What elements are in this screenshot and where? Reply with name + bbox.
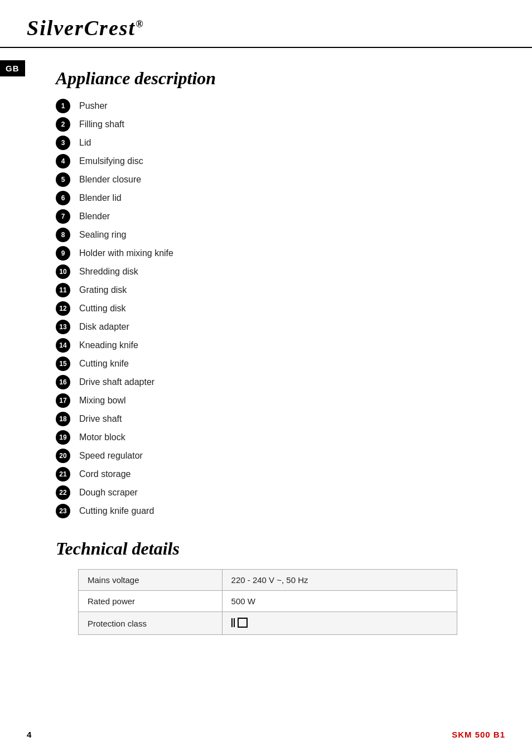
- item-number: 19: [56, 430, 70, 445]
- appliance-list-item: 17Mixing bowl: [56, 393, 499, 408]
- page-wrapper: SilverCrest® GB Appliance description 1P…: [0, 0, 532, 756]
- appliance-list-item: 12Cutting disk: [56, 301, 499, 316]
- item-number: 1: [56, 99, 70, 113]
- appliance-section-title: Appliance description: [56, 68, 499, 89]
- item-number: 15: [56, 357, 70, 371]
- tech-table-row: Protection class: [79, 612, 457, 635]
- item-label: Sealing ring: [79, 230, 127, 240]
- item-label: Cutting knife: [79, 359, 129, 369]
- appliance-list-item: 19Motor block: [56, 430, 499, 445]
- appliance-list-item: 16Drive shaft adapter: [56, 375, 499, 389]
- tech-label: Mains voltage: [79, 570, 223, 591]
- sidebar-gb-label: GB: [0, 60, 25, 76]
- tech-table-row: Rated power500 W: [79, 591, 457, 612]
- appliance-list-item: 23Cutting knife guard: [56, 504, 499, 518]
- footer-model-number: SKM 500 B1: [452, 730, 505, 739]
- item-label: Speed regulator: [79, 451, 143, 461]
- item-label: Mixing bowl: [79, 396, 126, 406]
- protection-class-symbol: [231, 618, 248, 628]
- item-label: Blender lid: [79, 193, 122, 203]
- item-number: 12: [56, 301, 70, 316]
- item-number: 16: [56, 375, 70, 389]
- item-label: Drive shaft: [79, 414, 122, 424]
- item-label: Holder with mixing knife: [79, 248, 173, 258]
- item-label: Cutting disk: [79, 304, 126, 314]
- item-number: 3: [56, 136, 70, 150]
- item-label: Drive shaft adapter: [79, 377, 154, 387]
- tech-label: Rated power: [79, 591, 223, 612]
- item-number: 7: [56, 209, 70, 224]
- item-number: 13: [56, 320, 70, 334]
- item-label: Cutting knife guard: [79, 506, 154, 516]
- footer-page-number: 4: [27, 730, 31, 739]
- item-number: 2: [56, 117, 70, 132]
- item-label: Lid: [79, 138, 91, 148]
- item-number: 22: [56, 485, 70, 500]
- item-label: Filling shaft: [79, 119, 124, 129]
- tech-value: 220 - 240 V ~, 50 Hz: [222, 570, 457, 591]
- technical-section-title: Technical details: [56, 538, 499, 559]
- item-number: 17: [56, 393, 70, 408]
- class-ii-lines: [231, 618, 235, 627]
- class-ii-square: [238, 618, 248, 628]
- item-number: 9: [56, 246, 70, 261]
- appliance-list-item: 13Disk adapter: [56, 320, 499, 334]
- footer: 4 SKM 500 B1: [0, 730, 532, 739]
- item-label: Dough scraper: [79, 488, 138, 498]
- item-label: Blender: [79, 211, 110, 221]
- appliance-list-item: 5Blender closure: [56, 172, 499, 187]
- appliance-list-item: 3Lid: [56, 136, 499, 150]
- item-number: 10: [56, 264, 70, 279]
- appliance-list-item: 10Shredding disk: [56, 264, 499, 279]
- appliance-list-item: 7Blender: [56, 209, 499, 224]
- item-number: 18: [56, 412, 70, 426]
- item-label: Grating disk: [79, 285, 127, 295]
- brand-logo: SilverCrest®: [27, 16, 144, 40]
- appliance-list-item: 6Blender lid: [56, 191, 499, 205]
- appliance-list-item: 2Filling shaft: [56, 117, 499, 132]
- tech-label: Protection class: [79, 612, 223, 635]
- tech-value: [222, 612, 457, 635]
- tech-value: 500 W: [222, 591, 457, 612]
- appliance-list-item: 20Speed regulator: [56, 449, 499, 463]
- item-number: 5: [56, 172, 70, 187]
- item-label: Pusher: [79, 101, 108, 111]
- class-ii-bar: [231, 618, 233, 627]
- technical-details-table: Mains voltage220 - 240 V ~, 50 HzRated p…: [78, 569, 457, 635]
- item-label: Emulsifying disc: [79, 156, 143, 166]
- item-label: Disk adapter: [79, 322, 129, 332]
- appliance-list-item: 21Cord storage: [56, 467, 499, 481]
- appliance-list-item: 9Holder with mixing knife: [56, 246, 499, 261]
- item-number: 6: [56, 191, 70, 205]
- appliance-list-item: 11Grating disk: [56, 283, 499, 297]
- appliance-list-item: 1Pusher: [56, 99, 499, 113]
- item-number: 21: [56, 467, 70, 481]
- item-label: Shredding disk: [79, 267, 138, 277]
- appliance-list-item: 4Emulsifying disc: [56, 154, 499, 168]
- item-label: Motor block: [79, 432, 125, 442]
- item-number: 11: [56, 283, 70, 297]
- item-label: Kneading knife: [79, 340, 138, 350]
- appliance-list-item: 22Dough scraper: [56, 485, 499, 500]
- item-number: 14: [56, 338, 70, 353]
- item-number: 23: [56, 504, 70, 518]
- item-number: 4: [56, 154, 70, 168]
- item-number: 20: [56, 449, 70, 463]
- tech-table-row: Mains voltage220 - 240 V ~, 50 Hz: [79, 570, 457, 591]
- header: SilverCrest®: [0, 0, 532, 48]
- item-number: 8: [56, 228, 70, 242]
- appliance-list-item: 14Kneading knife: [56, 338, 499, 353]
- appliance-list: 1Pusher2Filling shaft3Lid4Emulsifying di…: [56, 99, 499, 518]
- item-label: Blender closure: [79, 175, 141, 185]
- item-label: Cord storage: [79, 469, 131, 479]
- appliance-list-item: 15Cutting knife: [56, 357, 499, 371]
- main-content: Appliance description 1Pusher2Filling sh…: [0, 48, 532, 657]
- appliance-list-item: 8Sealing ring: [56, 228, 499, 242]
- appliance-list-item: 18Drive shaft: [56, 412, 499, 426]
